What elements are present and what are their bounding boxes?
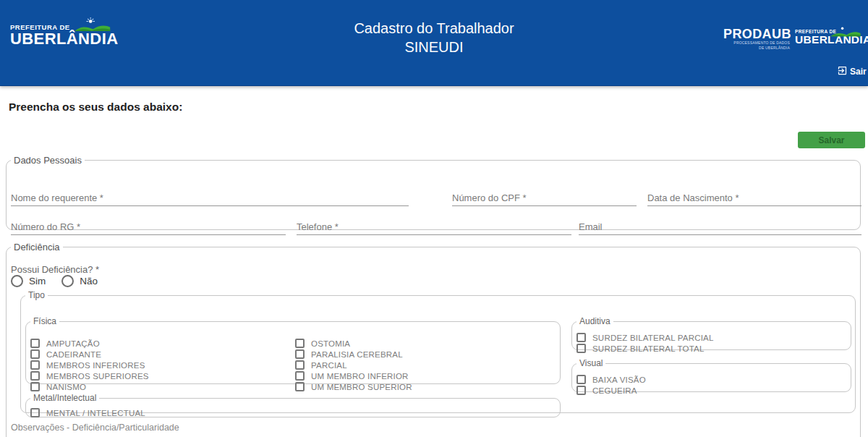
instruction-heading: Preencha os seus dados abaixo: [9, 101, 182, 114]
checkbox-mental-intelectual[interactable]: MENTAL / INTELECTUAL [30, 407, 145, 418]
logo-prefeitura-uberlandia-right: PREFEITURA DE UBERLÂNDIA [795, 29, 864, 45]
checkbox-icon[interactable] [576, 333, 586, 342]
fisica-legend: Física [30, 316, 59, 326]
checkbox-um-membro-inferior[interactable]: UM MEMBRO INFERIOR [295, 370, 412, 381]
checkbox-label: CADEIRANTE [46, 350, 101, 359]
prodaub-tagline-line1: PROCESSAMENTO DE DADOS [723, 41, 790, 46]
auditiva-legend: Auditiva [576, 316, 613, 326]
checkbox-icon[interactable] [30, 339, 40, 348]
sun-hills-icon [830, 25, 861, 41]
prodaub-tagline-line2: DE UBERLÂNDIA [723, 46, 790, 51]
logout-button[interactable]: Sair [837, 65, 867, 78]
fisica-column-2: OSTOMIA PARALISIA CEREBRAL PARCIAL UM ME… [295, 338, 412, 392]
checkbox-label: MENTAL / INTELECTUAL [46, 409, 145, 417]
visual-fieldset: Visual BAIXA VISÃO CEGUEIRA [571, 358, 851, 392]
logout-label: Sair [850, 67, 867, 77]
checkbox-label: SURDEZ BILATERAL PARCIAL [592, 334, 714, 342]
checkbox-label: MEMBROS INFERIORES [46, 361, 145, 370]
checkbox-icon[interactable] [30, 360, 40, 370]
checkbox-membros-superiores[interactable]: MEMBROS SUPERIORES [30, 370, 149, 381]
checkbox-cadeirante[interactable]: CADEIRANTE [30, 349, 149, 360]
input-label: Nome do requerente * [11, 192, 103, 203]
radio-icon[interactable] [61, 275, 74, 287]
checkbox-icon[interactable] [295, 382, 305, 391]
possui-deficiencia-label: Possui Deficiência? * [11, 264, 99, 275]
input-numero-cpf[interactable]: Número do CPF * [452, 192, 637, 206]
fisica-fieldset: Física AMPUTAÇÃO CADEIRANTE MEMBROS INFE… [25, 316, 561, 384]
checkbox-label: PARALISIA CEREBRAL [311, 350, 403, 359]
cadastro-trabalhador-page: PREFEITURA DE UBERLÂNDIA Cadastro do Tra… [0, 0, 868, 437]
input-nome-requerente[interactable]: Nome do requerente * [11, 192, 409, 206]
mental-intelectual-fieldset: Metal/Intelectual MENTAL / INTELECTUAL [25, 393, 561, 417]
exit-icon [837, 65, 848, 78]
checkbox-icon[interactable] [576, 375, 586, 384]
checkbox-label: PARCIAL [311, 361, 347, 370]
save-button[interactable]: Salvar [798, 132, 865, 148]
checkbox-label: CEGUEIRA [592, 386, 637, 395]
checkbox-label: OSTOMIA [311, 339, 350, 348]
checkbox-label: UM MEMBRO SUPERIOR [311, 383, 412, 391]
checkbox-icon[interactable] [30, 349, 40, 359]
checkbox-label: AMPUTAÇÃO [46, 339, 100, 348]
input-label: Número do CPF * [452, 192, 527, 203]
visual-legend: Visual [576, 358, 605, 368]
logo-prodaub: PRODAUB PROCESSAMENTO DE DADOS DE UBERLÂ… [723, 28, 790, 50]
checkbox-membros-inferiores[interactable]: MEMBROS INFERIORES [30, 360, 149, 370]
checkbox-label: BAIXA VISÃO [592, 376, 646, 384]
auditiva-column: SURDEZ BILATERAL PARCIAL SURDEZ BILATERA… [576, 332, 714, 354]
visual-column: BAIXA VISÃO CEGUEIRA [576, 374, 646, 396]
input-label: Data de Nascimento * [647, 192, 739, 203]
checkbox-icon[interactable] [30, 408, 40, 417]
checkbox-label: UM MEMBRO INFERIOR [311, 372, 409, 381]
mental-intelectual-legend: Metal/Intelectual [30, 393, 99, 403]
checkbox-label: MEMBROS SUPERIORES [46, 372, 149, 381]
input-label: Email [579, 221, 603, 232]
tipo-legend: Tipo [25, 290, 48, 300]
checkbox-icon[interactable] [576, 344, 586, 353]
input-numero-rg[interactable]: Número do RG * [11, 221, 286, 235]
app-header: PREFEITURA DE UBERLÂNDIA Cadastro do Tra… [0, 0, 868, 86]
checkbox-icon[interactable] [295, 371, 305, 381]
checkbox-cegueira[interactable]: CEGUEIRA [576, 385, 646, 396]
checkbox-icon[interactable] [295, 349, 305, 359]
checkbox-baixa-visao[interactable]: BAIXA VISÃO [576, 374, 646, 385]
input-label: Número do RG * [11, 221, 80, 232]
radio-label: Sim [29, 276, 46, 287]
checkbox-label: SURDEZ BILATERAL TOTAL [592, 344, 705, 353]
possui-deficiencia-radio-group: Sim Não [11, 275, 98, 287]
mental-column: MENTAL / INTELECTUAL [30, 407, 145, 418]
radio-label: Não [80, 276, 98, 287]
prodaub-name: PRODAUB [723, 28, 790, 41]
checkbox-icon[interactable] [30, 382, 40, 391]
dados-pessoais-fieldset: Dados Pessoais Nome do requerente * Núme… [6, 155, 861, 230]
checkbox-icon[interactable] [295, 339, 305, 348]
radio-nao[interactable]: Não [61, 275, 98, 287]
fisica-column-1: AMPUTAÇÃO CADEIRANTE MEMBROS INFERIORES … [30, 338, 149, 392]
checkbox-amputacao[interactable]: AMPUTAÇÃO [30, 338, 149, 349]
checkbox-surdez-bilateral-parcial[interactable]: SURDEZ BILATERAL PARCIAL [576, 332, 714, 343]
checkbox-surdez-bilateral-total[interactable]: SURDEZ BILATERAL TOTAL [576, 343, 714, 354]
deficiencia-legend: Deficiência [11, 242, 63, 253]
input-telefone[interactable]: Telefone * [297, 221, 571, 235]
checkbox-icon[interactable] [576, 386, 586, 395]
checkbox-parcial[interactable]: PARCIAL [295, 360, 412, 370]
checkbox-icon[interactable] [30, 371, 40, 381]
input-data-nascimento[interactable]: Data de Nascimento * [647, 192, 861, 206]
deficiencia-fieldset: Deficiência Possui Deficiência? * Sim Nã… [6, 242, 861, 437]
tipo-fieldset: Tipo Física AMPUTAÇÃO CADEIRANTE MEMBROS… [20, 290, 856, 413]
dados-pessoais-legend: Dados Pessoais [11, 155, 85, 166]
checkbox-icon[interactable] [295, 360, 305, 370]
checkbox-um-membro-superior[interactable]: UM MEMBRO SUPERIOR [295, 381, 412, 392]
checkbox-nanismo[interactable]: NANISMO [30, 381, 149, 392]
input-label: Telefone * [297, 221, 339, 232]
radio-sim[interactable]: Sim [11, 275, 46, 287]
auditiva-fieldset: Auditiva SURDEZ BILATERAL PARCIAL SURDEZ… [571, 316, 851, 350]
checkbox-ostomia[interactable]: OSTOMIA [295, 338, 412, 349]
input-email[interactable]: Email [579, 221, 861, 235]
checkbox-label: NANISMO [46, 383, 86, 391]
observacoes-label: Observações - Deficiência/Particularidad… [11, 423, 179, 433]
checkbox-paralisia-cerebral[interactable]: PARALISIA CEREBRAL [295, 349, 412, 360]
radio-icon[interactable] [11, 275, 23, 287]
